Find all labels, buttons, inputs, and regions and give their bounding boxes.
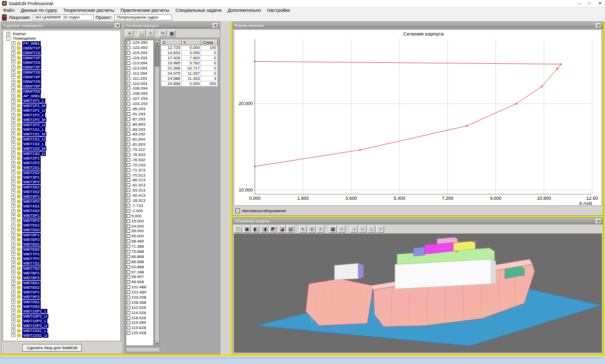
view-back-icon[interactable]: ▣: [243, 226, 251, 233]
section-checkbox[interactable]: [127, 174, 130, 177]
tree-item[interactable]: +WBT7P2: [3, 256, 120, 261]
section-checkbox[interactable]: [127, 61, 130, 65]
section-row[interactable]: -40.413: [126, 193, 153, 198]
tree-item[interactable]: +WBT7S2: [3, 266, 120, 271]
section-row[interactable]: -124.390: [126, 40, 153, 45]
expander-icon[interactable]: +: [11, 103, 15, 108]
tree-item[interactable]: +WBT5P2: [3, 218, 120, 223]
section-checkbox[interactable]: [127, 265, 130, 269]
section-row[interactable]: -95.293: [126, 107, 153, 112]
view-right-icon[interactable]: ◨: [261, 226, 268, 233]
expander-icon[interactable]: +: [11, 209, 15, 213]
section-row[interactable]: 119.289: [126, 320, 153, 325]
section-checkbox[interactable]: [127, 234, 130, 238]
section-row[interactable]: -110.043: [126, 81, 153, 86]
section-checkbox[interactable]: [127, 316, 130, 320]
tree-item[interactable]: +WBT9P2: [3, 294, 120, 299]
scroll-down-icon[interactable]: ▼: [155, 341, 159, 345]
hull-section-icon[interactable]: ◡: [138, 30, 146, 37]
section-checkbox[interactable]: [127, 255, 130, 258]
expander-icon[interactable]: +: [11, 290, 15, 294]
panel-close-icon[interactable]: ✕: [596, 219, 601, 224]
table-row[interactable]: 19.9859.7620: [161, 61, 218, 66]
tree-item[interactable]: +WBT4P2: [3, 199, 120, 203]
table-row[interactable]: 21.99610.7170: [161, 66, 218, 71]
section-row[interactable]: 75.688: [126, 249, 153, 254]
expander-icon[interactable]: +: [11, 46, 15, 50]
section-row[interactable]: -18.913: [126, 198, 153, 203]
section-checkbox[interactable]: [127, 163, 130, 167]
expander-icon[interactable]: +: [11, 51, 15, 55]
tree-item[interactable]: +WBT10S1_U: [3, 333, 120, 338]
section-checkbox[interactable]: [127, 128, 130, 131]
view-3d-icon[interactable]: ●: [126, 30, 133, 37]
expander-icon[interactable]: +: [11, 285, 15, 289]
section-checkbox[interactable]: [127, 280, 130, 284]
tree-item[interactable]: +WBT3P1: [3, 175, 120, 180]
tree-item[interactable]: +WBT1S1_L: [3, 127, 120, 132]
expander-icon[interactable]: +: [11, 166, 15, 170]
circle-icon[interactable]: ○: [338, 226, 345, 233]
section-checkbox[interactable]: [127, 86, 130, 90]
section-checkbox[interactable]: [127, 270, 130, 274]
section-checkbox[interactable]: [127, 66, 130, 70]
section-row[interactable]: 5.000: [126, 213, 153, 218]
section-checkbox[interactable]: [127, 188, 130, 192]
table-row[interactable]: 24.58611.4333: [161, 76, 218, 81]
scroll-up-icon[interactable]: ▲: [155, 40, 159, 44]
expander-icon[interactable]: +: [11, 89, 15, 93]
section-checkbox[interactable]: [127, 107, 130, 111]
section-row[interactable]: 71.388: [126, 244, 153, 249]
section-row[interactable]: 15.000: [126, 218, 153, 223]
zoom-icon[interactable]: ⊙: [308, 226, 316, 233]
expander-icon[interactable]: +: [11, 176, 15, 180]
expander-icon[interactable]: +: [6, 32, 10, 36]
section-checkbox[interactable]: [127, 143, 130, 146]
section-row[interactable]: 101.488: [126, 285, 153, 290]
tree-item[interactable]: +FP_WB1: [3, 41, 120, 46]
section-checkbox[interactable]: [127, 321, 130, 324]
expander-icon[interactable]: +: [11, 156, 15, 160]
expander-icon[interactable]: -: [6, 37, 10, 41]
tree-item[interactable]: +DBWT2S: [3, 60, 120, 65]
expander-icon[interactable]: +: [11, 147, 15, 151]
tree-item[interactable]: +WBT4S1: [3, 204, 120, 209]
expander-icon[interactable]: +: [11, 113, 15, 117]
section-checkbox[interactable]: [127, 112, 130, 116]
section-row[interactable]: 92.888: [126, 264, 153, 269]
view-top-icon[interactable]: ◩: [269, 226, 277, 233]
tree-item[interactable]: +WBT9S2: [3, 304, 120, 309]
tree-item[interactable]: +WBT7S1: [3, 261, 120, 266]
menu-item[interactable]: Специальные задачи: [172, 7, 224, 13]
expander-icon[interactable]: +: [11, 233, 15, 237]
menu-item[interactable]: Данные по судну: [18, 7, 60, 13]
view-front-icon[interactable]: □: [234, 226, 242, 233]
expander-icon[interactable]: +: [11, 204, 15, 208]
tree-item[interactable]: +WBT9S1: [3, 300, 120, 304]
section-row[interactable]: -87.293: [126, 116, 153, 122]
pan-icon[interactable]: +: [317, 226, 324, 233]
expander-icon[interactable]: +: [11, 333, 15, 337]
expander-icon[interactable]: +: [11, 56, 15, 60]
section-row[interactable]: 98.908: [126, 280, 153, 285]
expander-icon[interactable]: +: [11, 223, 15, 228]
section-checkbox[interactable]: [127, 123, 130, 126]
tree-item[interactable]: +WBT1P1_L: [3, 98, 120, 103]
menu-item[interactable]: Теоретические расчеты: [60, 7, 117, 13]
minimize-icon[interactable]: —: [574, 0, 584, 7]
section-checkbox[interactable]: [127, 72, 130, 75]
section-checkbox[interactable]: [127, 168, 130, 172]
expander-icon[interactable]: +: [11, 319, 15, 323]
expander-icon[interactable]: +: [11, 242, 15, 247]
section-checkbox[interactable]: [127, 219, 130, 223]
tree-item[interactable]: +DBWT5S: [3, 89, 120, 94]
expander-icon[interactable]: +: [11, 118, 15, 122]
menu-item[interactable]: Дополнительно: [224, 7, 264, 13]
tree-item[interactable]: +DBWT1S: [3, 50, 120, 55]
expander-icon[interactable]: +: [11, 314, 15, 318]
section-row[interactable]: -111.293: [126, 76, 153, 81]
section-row[interactable]: 24.000: [126, 223, 153, 229]
expander-icon[interactable]: +: [11, 266, 15, 270]
tree-item[interactable]: +WBT8S2: [3, 285, 120, 290]
tree-item[interactable]: +DBWT1P: [3, 46, 120, 50]
